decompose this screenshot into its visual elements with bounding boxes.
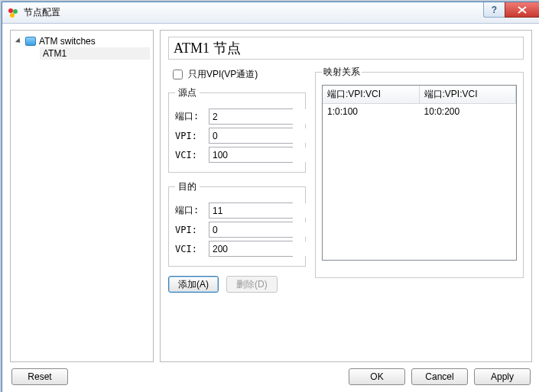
dst-port-label: 端口: xyxy=(175,204,209,217)
table-cell: 1:0:100 xyxy=(323,104,420,119)
table-header-2[interactable]: 端口:VPI:VCI xyxy=(420,86,517,103)
dst-port-input[interactable] xyxy=(209,203,330,218)
help-button[interactable]: ? xyxy=(483,2,505,18)
src-port-spinner[interactable] xyxy=(209,109,293,125)
table-cell: 10:0:200 xyxy=(420,104,517,119)
reset-button[interactable]: Reset xyxy=(11,368,68,385)
switch-icon xyxy=(25,37,36,46)
ok-button[interactable]: OK xyxy=(349,368,405,385)
table-row[interactable]: 1:0:100 10:0:200 xyxy=(323,104,516,119)
src-port-input[interactable] xyxy=(209,109,330,124)
node-title-frame: ATM1 节点 xyxy=(168,37,524,60)
src-vpi-input[interactable] xyxy=(209,128,330,143)
dst-port-spinner[interactable] xyxy=(209,202,293,219)
app-icon xyxy=(7,7,19,19)
src-vpi-spinner[interactable] xyxy=(209,128,293,144)
node-title: ATM1 节点 xyxy=(169,37,523,59)
src-vci-input[interactable] xyxy=(209,147,330,162)
dialog-footer: Reset OK Cancel Apply xyxy=(10,362,532,387)
src-vci-spinner[interactable] xyxy=(209,147,293,163)
window-title: 节点配置 xyxy=(24,6,483,19)
src-vci-label: VCI: xyxy=(175,150,209,160)
table-header-1[interactable]: 端口:VPI:VCI xyxy=(323,86,420,103)
tree-root[interactable]: ATM switches xyxy=(14,35,150,47)
svg-point-1 xyxy=(13,9,18,14)
dst-vci-label: VCI: xyxy=(175,244,209,254)
dst-vci-input[interactable] xyxy=(209,241,330,256)
delete-button[interactable]: 删除(D) xyxy=(226,276,278,293)
add-button[interactable]: 添加(A) xyxy=(168,276,219,293)
src-port-label: 端口: xyxy=(175,110,209,123)
dialog-window: 节点配置 ? ATM switches ATM1 ATM1 xyxy=(2,2,539,392)
svg-point-2 xyxy=(10,13,15,18)
detail-pane: ATM1 节点 只用VPI(VP通道) 源点 端口: xyxy=(160,30,532,362)
src-vpi-label: VPI: xyxy=(175,131,209,141)
tree-item-atm1[interactable]: ATM1 xyxy=(40,47,150,60)
titlebar: 节点配置 ? xyxy=(2,2,539,24)
dst-vpi-spinner[interactable] xyxy=(209,222,293,238)
apply-button[interactable]: Apply xyxy=(474,368,531,385)
vpi-only-label: 只用VPI(VP通道) xyxy=(188,68,258,81)
mapping-table[interactable]: 端口:VPI:VCI 端口:VPI:VCI 1:0:100 10:0:200 xyxy=(322,85,517,261)
source-legend: 源点 xyxy=(175,86,200,99)
tree-child-label: ATM1 xyxy=(43,48,67,59)
mapping-legend: 映射关系 xyxy=(322,66,362,79)
cancel-button[interactable]: Cancel xyxy=(411,368,468,385)
tree-root-label: ATM switches xyxy=(39,36,96,47)
dest-legend: 目的 xyxy=(175,180,200,193)
svg-point-0 xyxy=(8,8,13,13)
vpi-only-checkbox[interactable] xyxy=(173,70,183,79)
dst-vpi-input[interactable] xyxy=(209,222,330,237)
dst-vci-spinner[interactable] xyxy=(209,241,293,257)
close-button[interactable] xyxy=(505,2,539,18)
dst-vpi-label: VPI: xyxy=(175,225,209,235)
source-group: 源点 端口: VPI: xyxy=(168,86,306,173)
dest-group: 目的 端口: VPI: xyxy=(168,180,306,267)
mapping-group: 映射关系 端口:VPI:VCI 端口:VPI:VCI 1:0:100 10:0:… xyxy=(315,66,524,278)
tree-pane[interactable]: ATM switches ATM1 xyxy=(10,30,154,362)
expand-icon[interactable] xyxy=(15,37,22,44)
